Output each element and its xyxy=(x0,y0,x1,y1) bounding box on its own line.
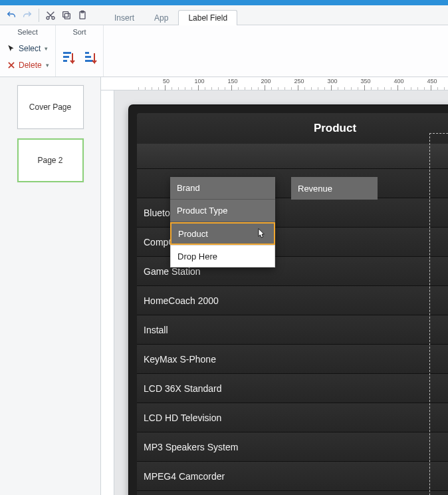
cell-product: LCD HD Television xyxy=(144,412,448,423)
ribbon-group-sort-title: Sort xyxy=(60,27,99,39)
ruler-label: 50 xyxy=(160,78,173,84)
ruler-label: 200 xyxy=(259,78,273,84)
ruler-label: 100 xyxy=(193,78,206,84)
cell-product: LCD 36X Standard xyxy=(144,383,448,394)
cell-product: KeyMax S-Phone xyxy=(144,354,448,365)
svg-rect-3 xyxy=(63,11,68,17)
main-area: Cover Page Page 2 5010015020025030035040… xyxy=(0,77,448,495)
chevron-down-icon: ▾ xyxy=(45,45,48,52)
page-thumb-label: Cover Page xyxy=(29,102,71,112)
field-drop-here[interactable]: Drop Here xyxy=(170,245,275,267)
ribbon: Select Select ▾ Delete ▾ Sort xyxy=(0,25,448,77)
table-row[interactable]: KeyMax S-Phone274,949.61 xyxy=(137,345,448,374)
field-drop-menu[interactable]: Brand Revenue Product Type Product Drop … xyxy=(170,177,275,267)
page-thumb-cover[interactable]: Cover Page xyxy=(17,85,84,129)
svg-rect-10 xyxy=(85,56,91,58)
ruler-label: 450 xyxy=(425,78,439,84)
svg-rect-9 xyxy=(85,52,89,54)
ruler-label: 300 xyxy=(326,78,339,84)
window-titlebar xyxy=(0,0,448,5)
table-row[interactable]: MP3 Speakers System187,480.14 xyxy=(137,432,448,462)
svg-rect-7 xyxy=(63,56,69,58)
redo-icon[interactable] xyxy=(20,8,35,23)
paste-icon[interactable] xyxy=(75,8,90,23)
svg-rect-2 xyxy=(64,13,70,19)
field-brand[interactable]: Brand xyxy=(170,177,275,200)
chevron-down-icon: ▾ xyxy=(46,62,49,69)
cell-product: HomeCoach 2000 xyxy=(144,295,448,306)
sort-desc-icon[interactable] xyxy=(82,47,100,71)
ruler-vertical xyxy=(101,90,114,495)
svg-rect-8 xyxy=(63,60,67,62)
field-product-selected[interactable]: Product xyxy=(170,222,275,245)
ruler-label: 400 xyxy=(392,78,405,84)
report-title: Product xyxy=(137,113,448,144)
table-row[interactable]: LCD HD Television172,424.53 xyxy=(137,403,448,432)
page-thumb-label: Page 2 xyxy=(37,156,62,165)
grid-header xyxy=(137,144,448,169)
cell-product: MP3 Speakers System xyxy=(144,442,448,452)
svg-rect-11 xyxy=(85,60,93,62)
copy-icon[interactable] xyxy=(59,8,74,23)
quick-toolbar: Insert App Label Field xyxy=(0,5,448,25)
undo-icon[interactable] xyxy=(4,8,19,23)
table-row[interactable]: HomeCoach 2000113,106.05 xyxy=(137,286,448,315)
svg-rect-6 xyxy=(63,52,71,54)
ruler-label: 150 xyxy=(226,78,239,84)
select-button-label: Select xyxy=(19,44,41,53)
tab-insert[interactable]: Insert xyxy=(104,10,144,25)
sort-asc-icon[interactable] xyxy=(60,47,77,71)
cell-product: MPEG4 Camcorder xyxy=(144,471,448,482)
field-revenue[interactable]: Revenue xyxy=(291,177,378,200)
delete-button[interactable]: Delete ▾ xyxy=(4,58,52,73)
tab-app[interactable]: App xyxy=(144,10,178,25)
tab-label-field[interactable]: Label Field xyxy=(178,10,237,25)
cell-product: Install xyxy=(144,325,448,335)
select-button[interactable]: Select ▾ xyxy=(4,41,52,56)
table-row[interactable]: Install73,006.50 xyxy=(137,315,448,345)
field-product-label: Product xyxy=(178,229,208,239)
canvas[interactable]: 50100150200250300350400450500 Product ta… xyxy=(101,77,448,495)
cut-icon[interactable] xyxy=(43,8,58,23)
separator xyxy=(39,9,39,22)
page-thumb-2[interactable]: Page 2 xyxy=(17,138,84,182)
ruler-label: 350 xyxy=(359,78,372,84)
field-product-type[interactable]: Product Type xyxy=(170,200,275,222)
page-list: Cover Page Page 2 xyxy=(0,77,101,495)
ruler-label: 250 xyxy=(292,78,306,84)
table-row[interactable]: LCD 36X Standard221,517.31 xyxy=(137,374,448,403)
ribbon-tabs: Insert App Label Field xyxy=(104,6,237,25)
delete-button-label: Delete xyxy=(19,61,42,70)
ribbon-group-select-title: Select xyxy=(4,27,51,39)
ruler-horizontal: 50100150200250300350400450500 xyxy=(101,77,448,90)
table-row[interactable]: MPEG4 Camcorder322,740.17 xyxy=(137,462,448,491)
report-surface[interactable]: Product tal Ca0Bluetooth Adaptor180,172.… xyxy=(129,105,448,495)
